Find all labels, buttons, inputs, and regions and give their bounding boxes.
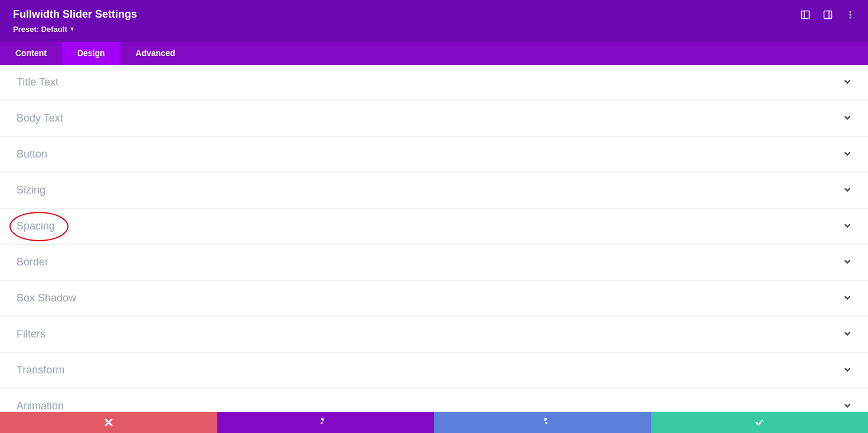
chevron-down-icon: [843, 149, 851, 160]
chevron-down-icon: [843, 221, 851, 232]
tab-content[interactable]: Content: [0, 42, 62, 65]
chevron-down-icon: [843, 77, 851, 88]
svg-point-5: [850, 14, 851, 16]
settings-header: Fullwidth Slider Settings Preset: Defaul…: [0, 0, 868, 42]
section-filters[interactable]: Filters: [0, 317, 868, 353]
section-border[interactable]: Border: [0, 245, 868, 281]
section-label: Spacing: [17, 220, 55, 232]
header-actions: [801, 10, 855, 19]
section-body-text[interactable]: Body Text: [0, 101, 868, 137]
chevron-down-icon: [843, 113, 851, 124]
section-label: Sizing: [17, 184, 45, 196]
tab-label: Content: [15, 48, 47, 58]
preset-label: Preset: Default: [13, 25, 67, 34]
section-label: Transform: [17, 364, 64, 376]
section-button[interactable]: Button: [0, 137, 868, 173]
caret-down-icon: ▼: [70, 27, 75, 32]
section-title-text[interactable]: Title Text: [0, 65, 868, 101]
settings-footer: [0, 412, 868, 433]
section-label: Body Text: [17, 112, 63, 124]
chevron-down-icon: [843, 185, 851, 196]
preset-dropdown[interactable]: Preset: Default ▼: [13, 25, 137, 34]
section-transform[interactable]: Transform: [0, 353, 868, 389]
redo-button[interactable]: [434, 412, 651, 433]
chevron-down-icon: [843, 257, 851, 268]
section-label: Box Shadow: [17, 292, 76, 304]
section-label: Title Text: [17, 76, 58, 88]
section-label: Border: [17, 256, 48, 268]
section-label: Button: [17, 148, 47, 160]
undo-button[interactable]: [217, 412, 435, 433]
tab-advanced[interactable]: Advanced: [120, 42, 191, 65]
chevron-down-icon: [843, 401, 851, 412]
header-left: Fullwidth Slider Settings Preset: Defaul…: [13, 8, 137, 34]
save-button[interactable]: [651, 412, 869, 433]
more-options-icon[interactable]: [846, 10, 855, 19]
chevron-down-icon: [843, 329, 851, 340]
chevron-down-icon: [843, 365, 851, 376]
svg-point-4: [850, 11, 851, 13]
section-label: Animation: [17, 400, 64, 412]
section-box-shadow[interactable]: Box Shadow: [0, 281, 868, 317]
svg-point-6: [850, 17, 851, 19]
section-sizing[interactable]: Sizing: [0, 173, 868, 209]
save-layout-left-icon[interactable]: [801, 10, 810, 19]
section-label: Filters: [17, 328, 45, 340]
save-layout-right-icon[interactable]: [823, 10, 833, 19]
tab-label: Advanced: [136, 48, 175, 58]
tab-label: Design: [77, 48, 105, 58]
settings-tabs: ContentDesignAdvanced: [0, 42, 868, 65]
tab-design[interactable]: Design: [62, 42, 120, 65]
section-animation[interactable]: Animation: [0, 389, 868, 412]
design-sections-list: Title TextBody TextButtonSizingSpacingBo…: [0, 65, 868, 412]
svg-rect-2: [824, 11, 832, 19]
svg-rect-0: [802, 11, 810, 19]
cancel-button[interactable]: [0, 412, 217, 433]
settings-title: Fullwidth Slider Settings: [13, 8, 137, 21]
chevron-down-icon: [843, 293, 851, 304]
section-spacing[interactable]: Spacing: [0, 209, 868, 245]
